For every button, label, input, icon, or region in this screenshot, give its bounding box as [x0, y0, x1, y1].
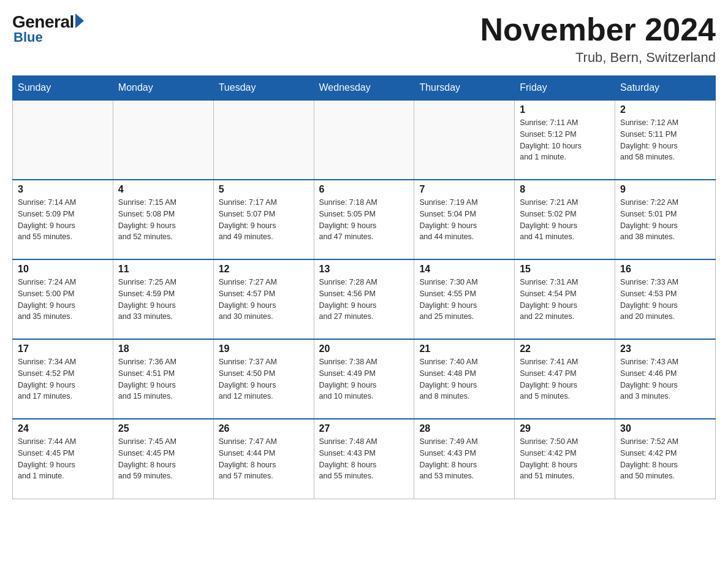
day-info: Sunrise: 7:28 AMSunset: 4:56 PMDaylight:…: [319, 277, 409, 323]
day-info: Sunrise: 7:47 AMSunset: 4:44 PMDaylight:…: [219, 436, 309, 482]
day-number: 26: [219, 423, 309, 434]
calendar-header-row: SundayMondayTuesdayWednesdayThursdayFrid…: [13, 76, 716, 101]
calendar-cell: 13Sunrise: 7:28 AMSunset: 4:56 PMDayligh…: [314, 259, 414, 339]
calendar-cell: 12Sunrise: 7:27 AMSunset: 4:57 PMDayligh…: [213, 259, 314, 339]
calendar-cell: 22Sunrise: 7:41 AMSunset: 4:47 PMDayligh…: [515, 339, 615, 419]
day-number: 19: [219, 343, 309, 354]
calendar-cell: 15Sunrise: 7:31 AMSunset: 4:54 PMDayligh…: [515, 259, 615, 339]
calendar-cell: 29Sunrise: 7:50 AMSunset: 4:42 PMDayligh…: [515, 419, 615, 499]
day-info: Sunrise: 7:48 AMSunset: 4:43 PMDaylight:…: [319, 436, 409, 482]
weekday-header-thursday: Thursday: [414, 76, 515, 101]
day-number: 4: [118, 184, 208, 195]
day-info: Sunrise: 7:21 AMSunset: 5:02 PMDaylight:…: [520, 197, 610, 243]
weekday-header-saturday: Saturday: [615, 76, 716, 101]
day-info: Sunrise: 7:25 AMSunset: 4:59 PMDaylight:…: [118, 277, 208, 323]
calendar-cell: [314, 100, 414, 180]
page-header: General Blue November 2024 Trub, Bern, S…: [12, 12, 716, 66]
day-info: Sunrise: 7:22 AMSunset: 5:01 PMDaylight:…: [620, 197, 710, 243]
day-info: Sunrise: 7:49 AMSunset: 4:43 PMDaylight:…: [419, 436, 509, 482]
calendar-cell: 5Sunrise: 7:17 AMSunset: 5:07 PMDaylight…: [213, 180, 314, 259]
day-info: Sunrise: 7:43 AMSunset: 4:46 PMDaylight:…: [620, 356, 710, 402]
day-number: 27: [319, 423, 409, 434]
calendar-cell: 11Sunrise: 7:25 AMSunset: 4:59 PMDayligh…: [113, 259, 213, 339]
day-info: Sunrise: 7:50 AMSunset: 4:42 PMDaylight:…: [520, 436, 610, 482]
logo-triangle-icon: [75, 13, 84, 28]
day-number: 22: [520, 343, 610, 354]
calendar-cell: 9Sunrise: 7:22 AMSunset: 5:01 PMDaylight…: [615, 180, 716, 259]
day-info: Sunrise: 7:18 AMSunset: 5:05 PMDaylight:…: [319, 197, 409, 243]
calendar-cell: [13, 100, 113, 180]
day-number: 29: [520, 423, 610, 434]
day-number: 21: [419, 343, 509, 354]
calendar-cell: 25Sunrise: 7:45 AMSunset: 4:45 PMDayligh…: [113, 419, 213, 499]
weekday-header-sunday: Sunday: [13, 76, 113, 101]
title-area: November 2024 Trub, Bern, Switzerland: [480, 12, 716, 66]
day-number: 12: [219, 264, 309, 275]
calendar-cell: 21Sunrise: 7:40 AMSunset: 4:48 PMDayligh…: [414, 339, 515, 419]
calendar-cell: 3Sunrise: 7:14 AMSunset: 5:09 PMDaylight…: [13, 180, 113, 259]
day-info: Sunrise: 7:45 AMSunset: 4:45 PMDaylight:…: [118, 436, 208, 482]
location-title: Trub, Bern, Switzerland: [480, 50, 716, 66]
day-info: Sunrise: 7:38 AMSunset: 4:49 PMDaylight:…: [319, 356, 409, 402]
calendar-cell: 28Sunrise: 7:49 AMSunset: 4:43 PMDayligh…: [414, 419, 515, 499]
logo: General Blue: [12, 12, 84, 45]
day-number: 30: [620, 423, 710, 434]
day-info: Sunrise: 7:12 AMSunset: 5:11 PMDaylight:…: [620, 117, 710, 163]
day-number: 1: [520, 104, 610, 115]
week-row-5: 24Sunrise: 7:44 AMSunset: 4:45 PMDayligh…: [13, 419, 716, 499]
day-info: Sunrise: 7:36 AMSunset: 4:51 PMDaylight:…: [118, 356, 208, 402]
day-number: 20: [319, 343, 409, 354]
calendar-cell: 19Sunrise: 7:37 AMSunset: 4:50 PMDayligh…: [213, 339, 314, 419]
day-info: Sunrise: 7:27 AMSunset: 4:57 PMDaylight:…: [219, 277, 309, 323]
day-number: 23: [620, 343, 710, 354]
calendar-cell: 26Sunrise: 7:47 AMSunset: 4:44 PMDayligh…: [213, 419, 314, 499]
day-info: Sunrise: 7:33 AMSunset: 4:53 PMDaylight:…: [620, 277, 710, 323]
day-info: Sunrise: 7:19 AMSunset: 5:04 PMDaylight:…: [419, 197, 509, 243]
calendar-cell: 1Sunrise: 7:11 AMSunset: 5:12 PMDaylight…: [515, 100, 615, 180]
calendar-cell: 30Sunrise: 7:52 AMSunset: 4:42 PMDayligh…: [615, 419, 716, 499]
day-info: Sunrise: 7:40 AMSunset: 4:48 PMDaylight:…: [419, 356, 509, 402]
weekday-header-tuesday: Tuesday: [213, 76, 314, 101]
calendar-cell: 2Sunrise: 7:12 AMSunset: 5:11 PMDaylight…: [615, 100, 716, 180]
day-info: Sunrise: 7:52 AMSunset: 4:42 PMDaylight:…: [620, 436, 710, 482]
week-row-2: 3Sunrise: 7:14 AMSunset: 5:09 PMDaylight…: [13, 180, 716, 259]
calendar-cell: 20Sunrise: 7:38 AMSunset: 4:49 PMDayligh…: [314, 339, 414, 419]
calendar-cell: 8Sunrise: 7:21 AMSunset: 5:02 PMDaylight…: [515, 180, 615, 259]
day-number: 14: [419, 264, 509, 275]
day-info: Sunrise: 7:37 AMSunset: 4:50 PMDaylight:…: [219, 356, 309, 402]
calendar-cell: 4Sunrise: 7:15 AMSunset: 5:08 PMDaylight…: [113, 180, 213, 259]
calendar-cell: 16Sunrise: 7:33 AMSunset: 4:53 PMDayligh…: [615, 259, 716, 339]
week-row-1: 1Sunrise: 7:11 AMSunset: 5:12 PMDaylight…: [13, 100, 716, 180]
day-number: 8: [520, 184, 610, 195]
day-number: 10: [18, 264, 108, 275]
calendar-cell: 27Sunrise: 7:48 AMSunset: 4:43 PMDayligh…: [314, 419, 414, 499]
day-number: 16: [620, 264, 710, 275]
calendar-cell: [213, 100, 314, 180]
day-number: 18: [118, 343, 208, 354]
day-info: Sunrise: 7:41 AMSunset: 4:47 PMDaylight:…: [520, 356, 610, 402]
day-number: 2: [620, 104, 710, 115]
day-info: Sunrise: 7:15 AMSunset: 5:08 PMDaylight:…: [118, 197, 208, 243]
calendar-cell: 6Sunrise: 7:18 AMSunset: 5:05 PMDaylight…: [314, 180, 414, 259]
day-info: Sunrise: 7:44 AMSunset: 4:45 PMDaylight:…: [18, 436, 108, 482]
day-number: 28: [419, 423, 509, 434]
calendar-cell: [414, 100, 515, 180]
logo-blue-text: Blue: [13, 29, 43, 45]
day-number: 7: [419, 184, 509, 195]
day-number: 3: [18, 184, 108, 195]
week-row-3: 10Sunrise: 7:24 AMSunset: 5:00 PMDayligh…: [13, 259, 716, 339]
calendar-cell: 23Sunrise: 7:43 AMSunset: 4:46 PMDayligh…: [615, 339, 716, 419]
calendar-cell: 14Sunrise: 7:30 AMSunset: 4:55 PMDayligh…: [414, 259, 515, 339]
week-row-4: 17Sunrise: 7:34 AMSunset: 4:52 PMDayligh…: [13, 339, 716, 419]
calendar-cell: 10Sunrise: 7:24 AMSunset: 5:00 PMDayligh…: [13, 259, 113, 339]
weekday-header-monday: Monday: [113, 76, 213, 101]
month-title: November 2024: [480, 12, 716, 47]
day-info: Sunrise: 7:24 AMSunset: 5:00 PMDaylight:…: [18, 277, 108, 323]
weekday-header-wednesday: Wednesday: [314, 76, 414, 101]
day-number: 15: [520, 264, 610, 275]
day-number: 9: [620, 184, 710, 195]
calendar-cell: [113, 100, 213, 180]
day-number: 13: [319, 264, 409, 275]
calendar-table: SundayMondayTuesdayWednesdayThursdayFrid…: [12, 75, 716, 499]
calendar-cell: 7Sunrise: 7:19 AMSunset: 5:04 PMDaylight…: [414, 180, 515, 259]
